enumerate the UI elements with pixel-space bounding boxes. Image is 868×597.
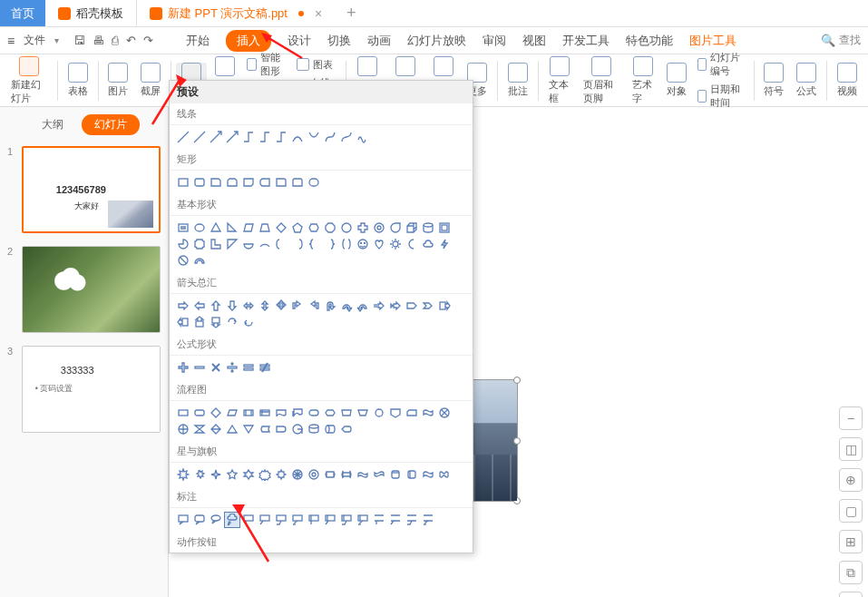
btn-slide-number[interactable]: 幻灯片编号	[697, 51, 746, 78]
shape-callout-accent[interactable]	[355, 512, 371, 528]
shape-arrow-d[interactable]	[224, 298, 240, 314]
shape-no[interactable]	[175, 252, 191, 269]
shape-elbow[interactable]	[273, 129, 289, 145]
shape-text[interactable]	[175, 220, 191, 236]
shape-fc-collate[interactable]	[191, 421, 208, 437]
shape-moon[interactable]	[404, 236, 420, 252]
shape-wave[interactable]	[420, 466, 436, 483]
shape-callout-noborder[interactable]	[404, 512, 420, 528]
shape-scribble[interactable]	[355, 129, 371, 145]
shape-hexagon[interactable]	[306, 220, 322, 236]
print-icon[interactable]: 🖶	[93, 34, 104, 47]
shape-line[interactable]	[175, 129, 191, 145]
shape-ribbon-curved[interactable]	[371, 466, 387, 483]
shape-octagon[interactable]	[322, 220, 338, 236]
shape-oval[interactable]	[191, 220, 208, 236]
menu-review[interactable]: 审阅	[483, 33, 506, 49]
tab-outline[interactable]: 大纲	[29, 114, 76, 135]
shape-fc-or[interactable]	[175, 421, 191, 437]
tab-slides[interactable]: 幻灯片	[82, 114, 140, 135]
shape-curve[interactable]	[289, 129, 306, 145]
shape-arrow-bent[interactable]	[289, 298, 306, 314]
shape-pie[interactable]	[175, 236, 191, 252]
menu-features[interactable]: 特色功能	[626, 33, 673, 49]
shape-chord[interactable]	[240, 236, 257, 252]
menu-slideshow[interactable]: 幻灯片放映	[407, 33, 466, 49]
shape-rt-triangle[interactable]	[224, 220, 240, 236]
shape-fc-manual[interactable]	[338, 405, 355, 421]
shape-arrow-circular[interactable]	[240, 314, 257, 330]
shape-fc-seq[interactable]	[289, 421, 306, 437]
shape-fc-card[interactable]	[404, 405, 420, 421]
shape-callout-line[interactable]	[257, 512, 273, 528]
shape-star8[interactable]	[273, 466, 289, 483]
shape-parallelogram[interactable]	[240, 220, 257, 236]
shape-fc-process[interactable]	[175, 405, 191, 421]
shape-curve[interactable]	[322, 129, 338, 145]
btn-chart[interactable]: 图表	[297, 58, 337, 72]
shape-round-rect[interactable]	[289, 174, 306, 191]
shape-snip-rect[interactable]	[224, 174, 240, 191]
shape-fc-internal[interactable]	[257, 405, 273, 421]
shape-teardrop[interactable]	[387, 220, 404, 236]
shape-arrow-pentagon[interactable]	[404, 298, 420, 314]
shape-fc-tape[interactable]	[420, 405, 436, 421]
shape-fc-direct[interactable]	[322, 421, 338, 437]
shape-arrow-notched[interactable]	[387, 298, 404, 314]
slide-thumb-1[interactable]: 1 123456789 大家好	[7, 146, 161, 233]
shape-can[interactable]	[420, 220, 436, 236]
shape-scroll-h[interactable]	[404, 466, 420, 483]
btn-datetime[interactable]: 日期和时间	[697, 83, 746, 110]
shape-cloud[interactable]	[420, 236, 436, 252]
shape-ribbon-curved[interactable]	[355, 466, 371, 483]
shape-ring[interactable]	[371, 220, 387, 236]
shape-fc-decision[interactable]	[208, 405, 224, 421]
shape-divide[interactable]	[224, 359, 240, 376]
tool-zoom-out[interactable]: −	[839, 406, 863, 430]
shape-fc-sum[interactable]	[436, 405, 453, 421]
shape-round-rect[interactable]	[191, 174, 208, 191]
shape-scroll-v[interactable]	[387, 466, 404, 483]
shape-equal[interactable]	[240, 359, 257, 376]
menu-transition[interactable]: 切换	[327, 33, 351, 49]
shape-circle[interactable]	[338, 220, 355, 236]
shape-fc-multidoc[interactable]	[289, 405, 306, 421]
btn-new-slide[interactable]: 新建幻灯片	[5, 56, 53, 105]
shape-minus[interactable]	[191, 359, 208, 376]
menu-start[interactable]: 开始	[186, 33, 210, 49]
shape-arc[interactable]	[257, 236, 273, 252]
shape-heart[interactable]	[371, 236, 387, 252]
shape-ribbon[interactable]	[338, 466, 355, 483]
tab-template-store[interactable]: 稻壳模板	[45, 0, 137, 26]
shape-plaque[interactable]	[191, 236, 208, 252]
menu-image-tools[interactable]: 图片工具	[689, 33, 736, 49]
shape-fc-manual-op[interactable]	[355, 405, 371, 421]
tool-layers[interactable]: ◫	[839, 437, 863, 461]
shape-fc-predef[interactable]	[240, 405, 257, 421]
menu-animation[interactable]: 动画	[367, 33, 391, 49]
shape-fc-alt[interactable]	[191, 405, 208, 421]
shape-fc-display[interactable]	[338, 421, 355, 437]
shape-ribbon[interactable]	[322, 466, 338, 483]
shape-freeform[interactable]	[338, 129, 355, 145]
shape-arrow-l[interactable]	[191, 298, 208, 314]
shape-snip-rect[interactable]	[257, 174, 273, 191]
shape-callout-line[interactable]	[240, 512, 257, 528]
shape-callout-noborder[interactable]	[371, 512, 387, 528]
shape-cube[interactable]	[404, 220, 420, 236]
shape-arrow-u[interactable]	[208, 298, 224, 314]
shape-smiley[interactable]	[355, 236, 371, 252]
shape-snip-rect[interactable]	[208, 174, 224, 191]
btn-smartart[interactable]: 智能图形	[247, 51, 288, 78]
shape-cross[interactable]	[355, 220, 371, 236]
hamburger-icon[interactable]: ≡	[7, 34, 15, 48]
shape-arrow-r[interactable]	[175, 298, 191, 314]
btn-header-footer[interactable]: 页眉和页脚	[578, 56, 625, 105]
shape-arrow-chevron[interactable]	[420, 298, 436, 314]
shape-brace-pair[interactable]	[338, 236, 355, 252]
tool-more[interactable]: ⋯	[839, 592, 863, 597]
shape-callout-accent[interactable]	[306, 512, 322, 528]
tool-grid[interactable]: ⊞	[839, 530, 863, 553]
tool-zoom-in[interactable]: ⊕	[839, 468, 863, 492]
shape-fc-stored[interactable]	[257, 421, 273, 437]
